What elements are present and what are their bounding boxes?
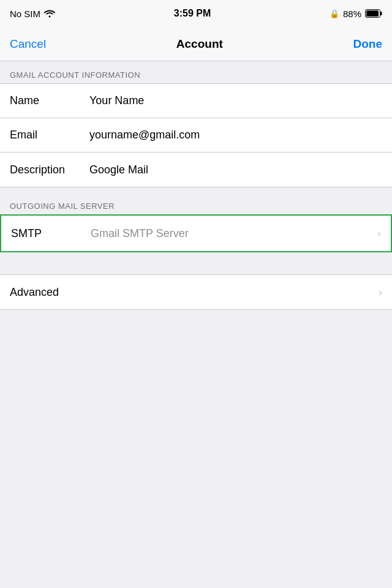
battery-icon: [365, 9, 382, 18]
svg-rect-1: [366, 10, 379, 17]
smtp-row[interactable]: SMTP Gmail SMTP Server ›: [1, 216, 391, 251]
status-left: No SIM: [10, 9, 55, 19]
advanced-gap: [0, 252, 392, 274]
page-title: Account: [176, 37, 223, 51]
smtp-label: SMTP: [11, 227, 91, 240]
table-row: Email yourname@gmail.com: [0, 118, 392, 153]
table-row: Name Your Name: [0, 84, 392, 118]
advanced-label: Advanced: [10, 286, 379, 299]
status-time: 3:59 PM: [174, 8, 211, 19]
svg-rect-2: [380, 12, 382, 15]
nav-bar: Cancel Account Done: [0, 27, 392, 61]
lock-icon: 🔒: [330, 9, 339, 18]
advanced-section: Advanced ›: [0, 274, 392, 310]
advanced-chevron-icon: ›: [379, 286, 382, 299]
name-label: Name: [10, 94, 89, 107]
name-value: Your Name: [89, 94, 382, 107]
smtp-chevron-icon: ›: [377, 227, 381, 240]
outgoing-section-header: OUTGOING MAIL SERVER: [0, 187, 392, 214]
gmail-section-header: GMAIL ACCOUNT INFORMATION: [0, 61, 392, 83]
done-button[interactable]: Done: [353, 37, 383, 51]
wifi-icon: [44, 9, 55, 18]
status-bar: No SIM 3:59 PM 🔒 88%: [0, 0, 392, 27]
description-value: Google Mail: [89, 164, 382, 176]
carrier-label: No SIM: [10, 9, 40, 19]
gmail-account-table: Name Your Name Email yourname@gmail.com …: [0, 83, 392, 187]
status-right: 🔒 88%: [330, 9, 382, 19]
outgoing-section-label: OUTGOING MAIL SERVER: [10, 202, 115, 211]
description-label: Description: [10, 164, 89, 176]
smtp-value: Gmail SMTP Server: [91, 227, 377, 240]
cancel-button[interactable]: Cancel: [10, 37, 46, 51]
battery-percent: 88%: [343, 9, 361, 19]
table-row: Description Google Mail: [0, 153, 392, 187]
gmail-section-label: GMAIL ACCOUNT INFORMATION: [10, 70, 140, 80]
email-value: yourname@gmail.com: [89, 129, 382, 141]
smtp-section[interactable]: SMTP Gmail SMTP Server ›: [0, 214, 392, 252]
advanced-row[interactable]: Advanced ›: [0, 275, 392, 309]
email-label: Email: [10, 129, 89, 141]
